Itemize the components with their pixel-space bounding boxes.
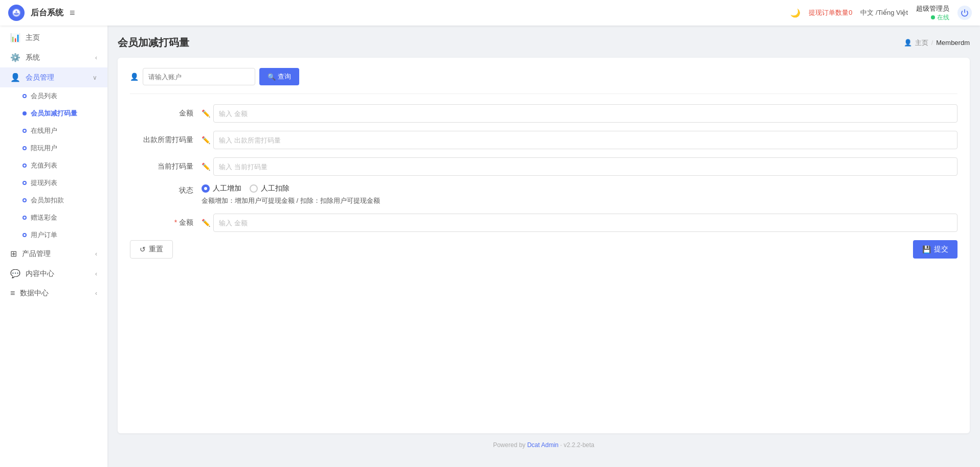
sidebar-item-user-orders[interactable]: 用户订单 bbox=[23, 226, 107, 244]
data-center-icon: ≡ bbox=[10, 289, 15, 298]
withdraw-points-input[interactable] bbox=[213, 131, 957, 149]
btn-row: ↺ 重置 💾 提交 bbox=[130, 240, 957, 259]
reset-icon: ↺ bbox=[140, 245, 146, 253]
gift-bonus-label: 赠送彩金 bbox=[31, 213, 57, 222]
reset-button[interactable]: ↺ 重置 bbox=[130, 240, 173, 259]
footer-version: · v2.2.2-beta bbox=[559, 441, 594, 449]
sidebar-item-system[interactable]: ⚙️ 系统 ‹ bbox=[0, 48, 107, 67]
theme-toggle-button[interactable]: 🌙 bbox=[790, 8, 800, 18]
home-icon: 📊 bbox=[10, 33, 20, 42]
top-navbar: 后台系统 ≡ 🌙 提现订单数量0 中文 /Tiếng Việt 超级管理员 在线 bbox=[0, 0, 980, 26]
sidebar-item-withdraw-list[interactable]: 提现列表 bbox=[23, 174, 107, 192]
breadcrumb: 👤 主页 / Memberdm bbox=[904, 38, 970, 48]
sidebar-item-online-users[interactable]: 在线用户 bbox=[23, 122, 107, 139]
member-list-dot bbox=[23, 94, 27, 98]
language-switch[interactable]: 中文 /Tiếng Việt bbox=[860, 8, 908, 17]
sidebar: 📊 主页 ⚙️ 系统 ‹ 👤 会员管理 ∨ 会员列表 会员加减打码量 bbox=[0, 26, 107, 467]
search-row: 👤 🔍 查询 bbox=[130, 68, 957, 94]
companion-users-dot bbox=[23, 146, 27, 150]
main-content: 会员加减打码量 👤 主页 / Memberdm 👤 🔍 查询 金额 ✏️ bbox=[107, 26, 980, 467]
member-points-label: 会员加减打码量 bbox=[31, 109, 77, 118]
online-users-label: 在线用户 bbox=[31, 126, 57, 135]
current-points-row: 当前打码量 ✏️ bbox=[130, 157, 957, 176]
sidebar-item-recharge-list[interactable]: 充值列表 bbox=[23, 157, 107, 174]
sidebar-item-member-list[interactable]: 会员列表 bbox=[23, 87, 107, 105]
logo-icon bbox=[8, 5, 25, 21]
sidebar-item-member-deduct[interactable]: 会员加扣款 bbox=[23, 192, 107, 209]
sidebar-member-mgmt-label: 会员管理 bbox=[26, 73, 54, 82]
user-orders-label: 用户订单 bbox=[31, 230, 57, 240]
withdraw-points-label: 出款所需打码量 bbox=[130, 135, 202, 145]
sidebar-item-member-mgmt[interactable]: 👤 会员管理 ∨ bbox=[0, 67, 107, 87]
status-content: 人工增加 人工扣除 金额增加：增加用户可提现金额 / 扣除：扣除用户可提现金额 bbox=[202, 184, 957, 205]
required-amount-row: 金额 ✏️ bbox=[130, 214, 957, 232]
sidebar-home-label: 主页 bbox=[26, 33, 40, 42]
pending-orders-link[interactable]: 提现订单数量0 bbox=[809, 8, 852, 17]
sidebar-item-member-points[interactable]: 会员加减打码量 bbox=[23, 105, 107, 122]
sidebar-item-companion-users[interactable]: 陪玩用户 bbox=[23, 139, 107, 157]
submit-button[interactable]: 💾 提交 bbox=[913, 240, 957, 259]
amount-input[interactable] bbox=[213, 104, 957, 123]
online-indicator bbox=[931, 15, 935, 19]
required-amount-edit-icon: ✏️ bbox=[202, 219, 210, 227]
data-center-arrow: ‹ bbox=[95, 290, 97, 297]
footer-brand-link[interactable]: Dcat Admin bbox=[527, 441, 559, 449]
sidebar-member-submenu: 会员列表 会员加减打码量 在线用户 陪玩用户 充值列表 提现列表 bbox=[0, 87, 107, 244]
radio-add-item[interactable]: 人工增加 bbox=[202, 184, 241, 193]
sidebar-product-mgmt-label: 产品管理 bbox=[22, 249, 51, 259]
status-hint: 金额增加：增加用户可提现金额 / 扣除：扣除用户可提现金额 bbox=[202, 196, 957, 205]
submit-icon: 💾 bbox=[922, 245, 931, 253]
breadcrumb-home-icon: 👤 bbox=[904, 39, 912, 46]
member-points-dot bbox=[23, 111, 27, 115]
app-title: 后台系统 bbox=[31, 8, 63, 18]
required-amount-label: 金额 bbox=[130, 218, 202, 227]
content-center-arrow: ‹ bbox=[95, 270, 97, 277]
companion-users-label: 陪玩用户 bbox=[31, 144, 57, 153]
gift-bonus-dot bbox=[23, 216, 27, 220]
member-deduct-dot bbox=[23, 198, 27, 202]
online-label: 在线 bbox=[937, 13, 949, 22]
sidebar-item-product-mgmt[interactable]: ⊞ 产品管理 ‹ bbox=[0, 244, 107, 264]
sidebar-content-center-label: 内容中心 bbox=[26, 269, 54, 278]
withdraw-list-label: 提现列表 bbox=[31, 178, 57, 188]
amount-edit-icon: ✏️ bbox=[202, 109, 210, 118]
page-title: 会员加减打码量 bbox=[118, 36, 189, 50]
navbar-left: 后台系统 ≡ bbox=[8, 5, 75, 21]
radio-group: 人工增加 人工扣除 bbox=[202, 184, 957, 193]
amount-row: 金额 ✏️ bbox=[130, 104, 957, 123]
content-center-icon: 💬 bbox=[10, 269, 20, 278]
radio-add-label: 人工增加 bbox=[213, 184, 241, 193]
current-points-label: 当前打码量 bbox=[130, 162, 202, 171]
current-points-field: ✏️ bbox=[202, 157, 957, 176]
sidebar-item-content-center[interactable]: 💬 内容中心 ‹ bbox=[0, 264, 107, 284]
radio-deduct-item[interactable]: 人工扣除 bbox=[250, 184, 289, 193]
form-card: 👤 🔍 查询 金额 ✏️ 出款所需打码量 ✏️ 当前打码量 bbox=[118, 58, 970, 433]
member-list-label: 会员列表 bbox=[31, 91, 57, 101]
amount-label: 金额 bbox=[130, 109, 202, 118]
sidebar-item-gift-bonus[interactable]: 赠送彩金 bbox=[23, 209, 107, 226]
withdraw-points-edit-icon: ✏️ bbox=[202, 136, 210, 144]
user-orders-dot bbox=[23, 233, 27, 237]
amount-field: ✏️ bbox=[202, 104, 957, 123]
sidebar-item-data-center[interactable]: ≡ 数据中心 ‹ bbox=[0, 284, 107, 303]
current-points-edit-icon: ✏️ bbox=[202, 162, 210, 171]
search-input[interactable] bbox=[143, 68, 255, 85]
required-amount-input[interactable] bbox=[213, 214, 957, 232]
power-button[interactable] bbox=[957, 6, 972, 20]
search-button[interactable]: 🔍 查询 bbox=[259, 68, 299, 85]
radio-add-circle bbox=[202, 184, 210, 193]
reset-label: 重置 bbox=[149, 245, 163, 254]
sidebar-system-label: 系统 bbox=[26, 53, 40, 62]
member-deduct-label: 会员加扣款 bbox=[31, 196, 64, 205]
navbar-right: 🌙 提现订单数量0 中文 /Tiếng Việt 超级管理员 在线 bbox=[790, 4, 972, 22]
status-row: 状态 人工增加 人工扣除 金额增加：增加用户可提现金额 / 扣除：扣除用户可提现… bbox=[130, 184, 957, 205]
page-header: 会员加减打码量 👤 主页 / Memberdm bbox=[118, 36, 970, 50]
sidebar-section-main: 📊 主页 ⚙️ 系统 ‹ 👤 会员管理 ∨ 会员列表 会员加减打码量 bbox=[0, 26, 107, 305]
hamburger-button[interactable]: ≡ bbox=[70, 8, 75, 18]
product-mgmt-icon: ⊞ bbox=[10, 249, 17, 259]
user-info: 超级管理员 在线 bbox=[916, 4, 949, 22]
breadcrumb-home-link[interactable]: 主页 bbox=[915, 38, 928, 48]
sidebar-item-home[interactable]: 📊 主页 bbox=[0, 28, 107, 48]
current-points-input[interactable] bbox=[213, 157, 957, 176]
page-footer: Powered by Dcat Admin · v2.2.2-beta bbox=[118, 433, 970, 457]
